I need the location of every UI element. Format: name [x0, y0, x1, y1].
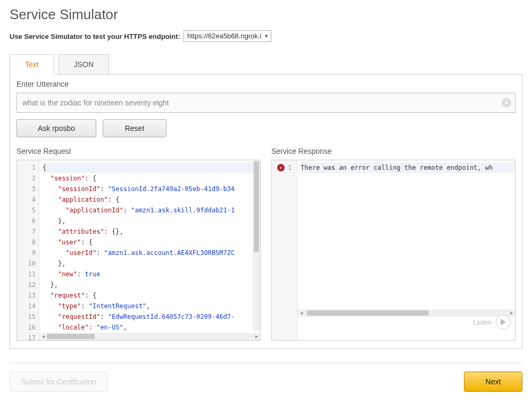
page-title: Service Simulator [10, 6, 522, 23]
code-line[interactable]: There was an error calling the remote en… [301, 162, 515, 173]
code-line[interactable]: "request": { [43, 290, 260, 301]
code-line[interactable]: "attributes": {}, [43, 226, 260, 237]
response-gutter: ✕1 [272, 160, 297, 340]
code-line[interactable]: "user": { [43, 237, 260, 248]
request-code-box[interactable]: 1234567891011121314151617 { "session": {… [16, 160, 261, 341]
code-line[interactable]: "application": { [43, 194, 260, 205]
code-line[interactable]: }, [43, 279, 260, 290]
play-icon [501, 319, 506, 325]
request-hscroll[interactable]: ◂ ▸ [39, 333, 260, 340]
request-code[interactable]: { "session": { "sessionId": "SessionId.2… [39, 160, 260, 340]
scroll-left-icon[interactable]: ◂ [297, 309, 305, 317]
divider [10, 363, 522, 363]
listen-row: Listen [473, 315, 511, 330]
code-line[interactable]: "type": "IntentRequest", [43, 301, 260, 311]
code-line[interactable]: "session": { [43, 173, 260, 184]
tabs: Text JSON [10, 54, 522, 74]
next-button[interactable]: Next [464, 372, 522, 392]
request-gutter: 1234567891011121314151617 [17, 160, 39, 340]
code-line[interactable]: "sessionId": "SessionId.2fa749a2-05eb-41… [43, 184, 260, 194]
tab-json[interactable]: JSON [59, 54, 109, 75]
scroll-left-icon[interactable]: ◂ [39, 333, 47, 340]
tab-text[interactable]: Text [10, 54, 54, 75]
request-vscroll[interactable] [253, 160, 260, 331]
code-line[interactable]: "applicationId": "amzn1.ask.skill.9fddab… [43, 205, 260, 216]
play-button[interactable] [496, 315, 511, 330]
code-line[interactable]: }, [43, 216, 260, 226]
endpoint-select[interactable]: https://82ea5b68.ngrok.i [184, 30, 272, 42]
response-label: Service Response [271, 147, 516, 155]
scroll-right-icon[interactable]: ▸ [253, 333, 260, 340]
utterance-input[interactable] [16, 93, 516, 113]
ask-button[interactable]: Ask rposbo [16, 119, 96, 137]
code-line[interactable]: "new": true [43, 269, 260, 279]
footer: Submit for Certification Next [10, 372, 522, 392]
error-icon: ✕ [277, 164, 285, 171]
code-line[interactable]: "requestId": "EdwRequestId.64057c73-0209… [43, 311, 260, 322]
response-code-box[interactable]: ✕1 There was an error calling the remote… [271, 160, 516, 341]
utterance-label: Enter Utterance [16, 80, 516, 88]
endpoint-label: Use Service Simulator to test your HTTPS… [10, 32, 180, 40]
listen-label: Listen [473, 318, 492, 326]
simulator-panel: Enter Utterance ✕ Ask rposbo Reset Servi… [10, 74, 522, 349]
code-line[interactable]: "userId": "amzn1.ask.account.AE4XFL3ORBS… [43, 248, 260, 258]
code-line[interactable]: { [43, 162, 260, 173]
request-label: Service Request [16, 147, 261, 155]
clear-icon[interactable]: ✕ [502, 98, 511, 108]
code-line[interactable]: "locale": "en-US", [43, 322, 260, 333]
reset-button[interactable]: Reset [103, 119, 167, 137]
endpoint-row: Use Service Simulator to test your HTTPS… [10, 30, 522, 42]
code-line[interactable]: }, [43, 258, 260, 269]
submit-certification-button: Submit for Certification [10, 372, 107, 392]
